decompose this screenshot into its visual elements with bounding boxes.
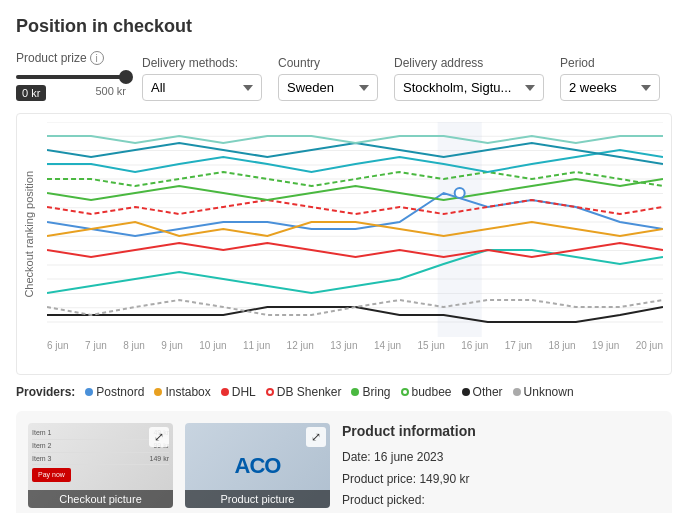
x-axis: 6 jun 7 jun 8 jun 9 jun 10 jun 11 jun 12…	[47, 337, 663, 355]
filters-bar: Product prize i 0 kr 500 kr Delivery met…	[16, 51, 672, 101]
product-picked: Product picked:	[342, 490, 660, 512]
product-price: Product price: 149,90 kr	[342, 469, 660, 491]
chart-svg: .gridline { stroke: #eeeeee; stroke-widt…	[47, 122, 663, 337]
country-filter: Country Sweden	[278, 56, 378, 101]
budbee-dot	[401, 388, 409, 396]
providers-legend: Providers: Postnord Instabox DHL DB Shen…	[16, 385, 672, 399]
page-title: Position in checkout	[16, 16, 672, 37]
other-dot	[462, 388, 470, 396]
slider-track[interactable]	[16, 75, 126, 79]
bottom-section: Item 149 kr Item 299 kr Item 3149 kr Pay…	[16, 411, 672, 513]
delivery-methods-select[interactable]: All	[142, 74, 262, 101]
delivery-address-filter: Delivery address Stockholm, Sigtu...	[394, 56, 544, 101]
provider-bring: Bring	[351, 385, 390, 399]
dbshenker-dot	[266, 388, 274, 396]
price-min: 0 kr	[16, 85, 46, 101]
checkout-picture-thumb[interactable]: Item 149 kr Item 299 kr Item 3149 kr Pay…	[28, 423, 173, 508]
delivery-methods-filter: Delivery methods: All	[142, 56, 262, 101]
price-slider[interactable]: 0 kr 500 kr	[16, 69, 126, 101]
provider-dbshenker: DB Shenker	[266, 385, 342, 399]
product-price-info-icon[interactable]: i	[90, 51, 104, 65]
period-select[interactable]: 2 weeks	[560, 74, 660, 101]
price-max: 500 kr	[95, 85, 126, 101]
product-info-panel: Product information Date: 16 june 2023 P…	[342, 423, 660, 513]
delivery-address-label: Delivery address	[394, 56, 544, 70]
product-picture-thumb[interactable]: ACO ⤢ Product picture	[185, 423, 330, 508]
chart-data-point	[455, 188, 465, 198]
provider-dhl: DHL	[221, 385, 256, 399]
slider-fill	[16, 75, 126, 79]
product-expand-icon[interactable]: ⤢	[306, 427, 326, 447]
price-labels: 0 kr 500 kr	[16, 85, 126, 101]
instabox-dot	[154, 388, 162, 396]
provider-budbee: budbee	[401, 385, 452, 399]
period-filter: Period 2 weeks	[560, 56, 660, 101]
slider-thumb[interactable]	[119, 70, 133, 84]
product-price-label: Product prize i	[16, 51, 126, 65]
y-axis-label: Checkout ranking position	[21, 163, 37, 306]
product-price-filter: Product prize i 0 kr 500 kr	[16, 51, 126, 101]
country-label: Country	[278, 56, 378, 70]
provider-unknown: Unknown	[513, 385, 574, 399]
country-select[interactable]: Sweden	[278, 74, 378, 101]
provider-other: Other	[462, 385, 503, 399]
product-info-title: Product information	[342, 423, 660, 439]
checkout-picture-label: Checkout picture	[28, 490, 173, 508]
delivery-methods-label: Delivery methods:	[142, 56, 262, 70]
bring-dot	[351, 388, 359, 396]
chart-area: Checkout ranking position .gridline { st…	[16, 113, 672, 375]
product-picture-label: Product picture	[185, 490, 330, 508]
providers-label: Providers:	[16, 385, 75, 399]
dhl-dot	[221, 388, 229, 396]
delivery-address-select[interactable]: Stockholm, Sigtu...	[394, 74, 544, 101]
product-date: Date: 16 june 2023	[342, 447, 660, 469]
period-label: Period	[560, 56, 660, 70]
aco-logo: ACO	[235, 453, 281, 479]
postnord-dot	[85, 388, 93, 396]
checkout-expand-icon[interactable]: ⤢	[149, 427, 169, 447]
unknown-dot	[513, 388, 521, 396]
provider-postnord: Postnord	[85, 385, 144, 399]
provider-instabox: Instabox	[154, 385, 210, 399]
